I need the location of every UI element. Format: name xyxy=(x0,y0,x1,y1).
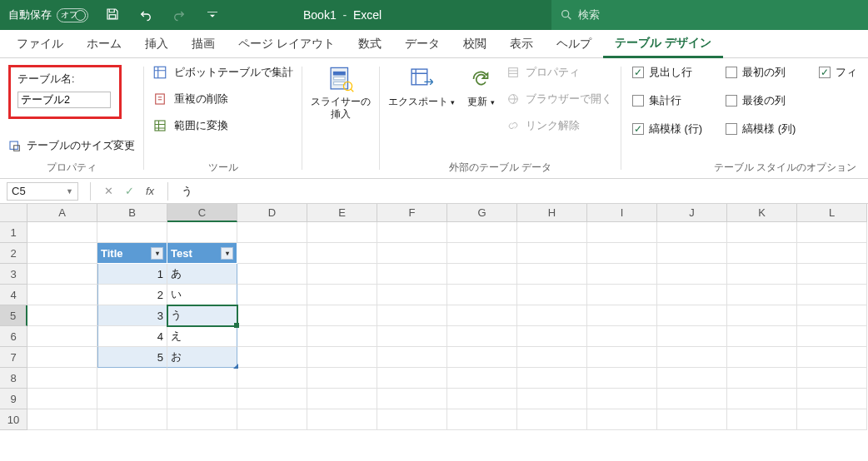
cell-I1[interactable] xyxy=(587,222,657,243)
cell-C1[interactable] xyxy=(167,222,237,243)
row-header-2[interactable]: 2 xyxy=(0,243,27,264)
filter-dropdown-icon[interactable]: ▾ xyxy=(221,247,233,260)
cell-I5[interactable] xyxy=(587,305,657,326)
check-banded-rows[interactable]: 縞模様 (行) xyxy=(632,121,702,136)
cell-A5[interactable] xyxy=(27,305,97,326)
undo-icon[interactable] xyxy=(138,7,153,24)
tab-ファイル[interactable]: ファイル xyxy=(5,30,75,57)
cell-F4[interactable] xyxy=(377,285,447,305)
cell-E4[interactable] xyxy=(307,285,377,305)
cell-I3[interactable] xyxy=(587,264,657,285)
cell-K8[interactable] xyxy=(727,368,797,389)
cell-H9[interactable] xyxy=(517,389,587,409)
cell-K3[interactable] xyxy=(727,264,797,285)
cell-J8[interactable] xyxy=(657,368,727,389)
export-button[interactable]: エクスポート ▾ xyxy=(388,65,455,108)
filter-dropdown-icon[interactable]: ▾ xyxy=(151,247,163,260)
cell-A10[interactable] xyxy=(27,409,97,430)
cell-H6[interactable] xyxy=(517,326,587,347)
cell-C8[interactable] xyxy=(167,368,237,389)
cell-J6[interactable] xyxy=(657,326,727,347)
cell-D2[interactable] xyxy=(237,243,307,264)
cell-G3[interactable] xyxy=(447,264,517,285)
cell-F1[interactable] xyxy=(377,222,447,243)
cell-L2[interactable] xyxy=(797,243,867,264)
cell-G7[interactable] xyxy=(447,347,517,368)
tab-テーブル デザイン[interactable]: テーブル デザイン xyxy=(603,31,723,58)
convert-to-range-button[interactable]: 範囲に変換 xyxy=(152,118,293,133)
cell-K9[interactable] xyxy=(727,389,797,409)
tab-データ[interactable]: データ xyxy=(393,30,451,57)
col-header-G[interactable]: G xyxy=(447,204,517,222)
pivot-summarize-button[interactable]: ピボットテーブルで集計 xyxy=(152,65,293,80)
qat-customize-icon[interactable] xyxy=(205,7,220,24)
formula-input[interactable]: う xyxy=(173,184,868,199)
cell-E9[interactable] xyxy=(307,389,377,409)
cell-I4[interactable] xyxy=(587,285,657,305)
row-header-8[interactable]: 8 xyxy=(0,368,27,389)
cell-B10[interactable] xyxy=(97,409,167,430)
tab-ホーム[interactable]: ホーム xyxy=(75,30,133,57)
cell-E1[interactable] xyxy=(307,222,377,243)
cell-L4[interactable] xyxy=(797,285,867,305)
select-all-corner[interactable] xyxy=(0,204,27,222)
check-header-row[interactable]: 見出し行 xyxy=(632,65,702,80)
cell-K4[interactable] xyxy=(727,285,797,305)
cell-D4[interactable] xyxy=(237,285,307,305)
cell-A9[interactable] xyxy=(27,389,97,409)
col-header-B[interactable]: B xyxy=(97,204,167,222)
cell-B5[interactable]: 3 xyxy=(97,305,167,326)
cell-I6[interactable] xyxy=(587,326,657,347)
cell-E5[interactable] xyxy=(307,305,377,326)
cell-K7[interactable] xyxy=(727,347,797,368)
cell-B2[interactable]: Title▾ xyxy=(97,243,167,264)
cell-B8[interactable] xyxy=(97,368,167,389)
cell-H3[interactable] xyxy=(517,264,587,285)
cell-D6[interactable] xyxy=(237,326,307,347)
cell-I9[interactable] xyxy=(587,389,657,409)
cell-D7[interactable] xyxy=(237,347,307,368)
cell-A3[interactable] xyxy=(27,264,97,285)
cell-G5[interactable] xyxy=(447,305,517,326)
cell-A2[interactable] xyxy=(27,243,97,264)
col-header-K[interactable]: K xyxy=(727,204,797,222)
cell-G1[interactable] xyxy=(447,222,517,243)
autosave-toggle[interactable]: 自動保存 オフ xyxy=(8,7,88,22)
cell-B3[interactable]: 1 xyxy=(97,264,167,285)
cell-I2[interactable] xyxy=(587,243,657,264)
cell-G10[interactable] xyxy=(447,409,517,430)
col-header-L[interactable]: L xyxy=(797,204,867,222)
cell-L6[interactable] xyxy=(797,326,867,347)
cell-H4[interactable] xyxy=(517,285,587,305)
cell-H1[interactable] xyxy=(517,222,587,243)
cell-J1[interactable] xyxy=(657,222,727,243)
cell-C4[interactable]: い xyxy=(167,285,237,305)
cell-H5[interactable] xyxy=(517,305,587,326)
cell-C5[interactable]: う xyxy=(167,305,237,326)
cell-F8[interactable] xyxy=(377,368,447,389)
fx-icon[interactable]: fx xyxy=(146,185,154,197)
cell-E6[interactable] xyxy=(307,326,377,347)
cell-G4[interactable] xyxy=(447,285,517,305)
remove-duplicates-button[interactable]: 重複の削除 xyxy=(152,92,293,107)
cell-K1[interactable] xyxy=(727,222,797,243)
enter-icon[interactable]: ✓ xyxy=(125,185,134,197)
cell-D8[interactable] xyxy=(237,368,307,389)
col-header-J[interactable]: J xyxy=(657,204,727,222)
col-header-C[interactable]: C xyxy=(167,204,237,222)
cell-C3[interactable]: あ xyxy=(167,264,237,285)
search-box[interactable]: 検索 xyxy=(551,0,868,30)
cell-I8[interactable] xyxy=(587,368,657,389)
tab-ヘルプ[interactable]: ヘルプ xyxy=(545,30,603,57)
cell-L10[interactable] xyxy=(797,409,867,430)
cell-F9[interactable] xyxy=(377,389,447,409)
col-header-A[interactable]: A xyxy=(27,204,97,222)
cell-K2[interactable] xyxy=(727,243,797,264)
cell-G2[interactable] xyxy=(447,243,517,264)
cell-J3[interactable] xyxy=(657,264,727,285)
cell-K10[interactable] xyxy=(727,409,797,430)
cell-C6[interactable]: え xyxy=(167,326,237,347)
cell-B1[interactable] xyxy=(97,222,167,243)
cell-D5[interactable] xyxy=(237,305,307,326)
check-filter-button[interactable]: フィ xyxy=(819,65,857,80)
